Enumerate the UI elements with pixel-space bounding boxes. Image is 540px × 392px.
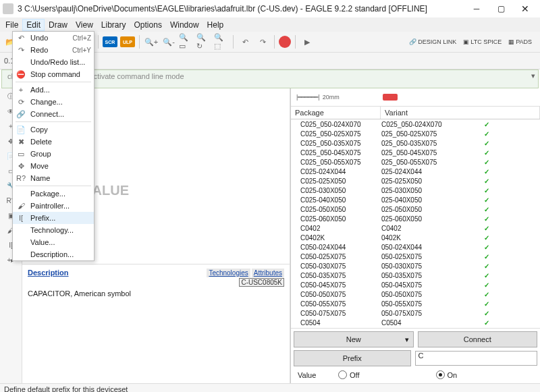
prefix-button[interactable]: Prefix — [294, 350, 411, 366]
ruler: |━━━━━━|20mm — [291, 88, 540, 107]
menu-item-paintroller-[interactable]: 🖌Paintroller... — [13, 200, 94, 212]
connect-button[interactable]: Connect — [418, 331, 538, 347]
table-row[interactable]: C025_050-035X075025_050-035X075✓ — [291, 138, 540, 148]
table-row[interactable]: C025_050-024X070C025_050-024X070✓ — [291, 119, 540, 129]
ltspice-button[interactable]: ▣LTC SPICE — [463, 38, 502, 45]
table-row[interactable]: C050-024X044050-024X044✓ — [291, 242, 540, 252]
menubar: FileEditDrawViewLibraryOptionsWindowHelp — [0, 18, 540, 32]
menu-view[interactable]: View — [72, 19, 97, 31]
table-row[interactable]: C0504C0504✓ — [291, 318, 540, 327]
table-row[interactable]: C050-035X075050-035X075✓ — [291, 271, 540, 280]
menu-item-copy[interactable]: 📄Copy — [13, 123, 94, 136]
close-button[interactable]: ✕ — [513, 0, 537, 18]
menu-window[interactable]: Window — [166, 19, 203, 31]
menu-item-technology-[interactable]: Technology... — [13, 224, 94, 236]
red-marker — [383, 94, 398, 101]
chevron-down-icon[interactable]: ▾ — [531, 72, 535, 80]
menu-item-undo[interactable]: ↶UndoCtrl+Z — [13, 32, 94, 44]
table-row[interactable]: C025-060X050025-060X050✓ — [291, 214, 540, 223]
zoom-redraw-icon[interactable]: 🔍↻ — [196, 34, 211, 49]
menu-draw[interactable]: Draw — [45, 19, 72, 31]
table-row[interactable]: C025-030X050025-030X050✓ — [291, 186, 540, 195]
zoom-select-icon[interactable]: 🔍⬚ — [214, 34, 229, 49]
value-off-radio[interactable] — [338, 370, 347, 379]
technologies-link[interactable]: Technologies — [207, 269, 250, 277]
menu-file[interactable]: File — [1, 19, 22, 31]
prefix-input[interactable]: C — [415, 351, 538, 366]
table-row[interactable]: C050-075X075050-075X075✓ — [291, 308, 540, 318]
attributes-link[interactable]: Attributes — [252, 269, 284, 277]
menu-item-undo-redo-list-[interactable]: Undo/Redo list... — [13, 56, 94, 68]
menu-item-description-[interactable]: Description... — [13, 248, 94, 260]
zoom-in-icon[interactable]: 🔍+ — [144, 34, 159, 49]
value-on-radio[interactable] — [436, 370, 445, 379]
go-icon[interactable]: ▶ — [300, 34, 315, 49]
package-panel: |━━━━━━|20mm Package Variant C025_050-02… — [290, 88, 540, 383]
scr-button[interactable]: SCR — [103, 36, 117, 47]
zoom-out-icon[interactable]: 🔍- — [161, 34, 176, 49]
menu-item-value-[interactable]: Value... — [13, 236, 94, 248]
table-row[interactable]: C025-050X050025-050X050✓ — [291, 204, 540, 214]
tech-value: C-USC0805K — [239, 278, 284, 287]
design-link-button[interactable]: 🔗DESIGN LINK — [409, 38, 456, 45]
titlebar: 3 C:\Users\paulj\OneDrive\Documents\EAGL… — [0, 0, 540, 18]
pads-button[interactable]: ▦PADS — [508, 38, 532, 45]
undo-icon[interactable]: ↶ — [238, 34, 252, 49]
menu-library[interactable]: Library — [97, 19, 130, 31]
menu-item-add-[interactable]: +Add... — [13, 84, 94, 96]
menu-edit[interactable]: Edit — [22, 19, 45, 31]
col-package[interactable]: Package — [291, 107, 381, 119]
menu-help[interactable]: Help — [203, 19, 228, 31]
description-link[interactable]: Description — [28, 269, 69, 277]
zoom-fit-icon[interactable]: 🔍▭ — [179, 34, 194, 49]
menu-item-prefix-[interactable]: I[Prefix... — [13, 212, 94, 224]
table-row[interactable]: C0402C0402✓ — [291, 223, 540, 233]
menu-item-delete[interactable]: ✖Delete — [13, 136, 94, 148]
table-row[interactable]: C025_050-055X075025_050-055X075✓ — [291, 157, 540, 167]
app-icon — [3, 3, 14, 14]
description-panel: Description Technologies Attributes C-US… — [22, 264, 290, 391]
window-title: 3 C:\Users\paulj\OneDrive\Documents\EAGL… — [18, 4, 464, 13]
maximize-button[interactable]: ▢ — [489, 0, 513, 18]
menu-item-connect-[interactable]: 🔗Connect... — [13, 108, 94, 120]
description-text: CAPACITOR, American symbol — [28, 289, 284, 298]
table-row[interactable]: C0402K0402K✓ — [291, 233, 540, 242]
table-row[interactable]: C050-045X075050-045X075✓ — [291, 280, 540, 289]
value-label-text: Value — [298, 371, 338, 379]
minimize-button[interactable]: ─ — [464, 0, 489, 18]
col-variant[interactable]: Variant — [381, 107, 540, 119]
table-row[interactable]: C025-024X044025-024X044✓ — [291, 167, 540, 176]
menu-item-move[interactable]: ✥Move — [13, 160, 94, 172]
menu-item-redo[interactable]: ↷RedoCtrl+Y — [13, 44, 94, 56]
ulp-button[interactable]: ULP — [120, 36, 135, 47]
menu-item-package-[interactable]: Package... — [13, 188, 94, 200]
table-row[interactable]: C025_050-025X075025_050-025X075✓ — [291, 129, 540, 138]
table-row[interactable]: C050-025X075050-025X075✓ — [291, 252, 540, 261]
table-row[interactable]: C025_050-045X075025_050-045X075✓ — [291, 148, 540, 157]
menu-options[interactable]: Options — [130, 19, 166, 31]
menu-item-change-[interactable]: ⟳Change... — [13, 96, 94, 108]
table-row[interactable]: C050-050X075050-050X075✓ — [291, 289, 540, 299]
table-row[interactable]: C025-025X050025-025X050✓ — [291, 176, 540, 186]
redo-icon[interactable]: ↷ — [255, 34, 270, 49]
table-row[interactable]: C050-055X075050-055X075✓ — [291, 299, 540, 308]
edit-menu-dropdown: ↶UndoCtrl+Z↷RedoCtrl+YUndo/Redo list...⛔… — [12, 31, 94, 261]
package-table: Package Variant C025_050-024X070C025_050… — [291, 107, 540, 329]
menu-item-name[interactable]: R?Name — [13, 172, 94, 184]
menu-item-stop-command[interactable]: ⛔Stop command — [13, 68, 94, 80]
new-button[interactable]: New▾ — [294, 331, 414, 347]
stop-icon[interactable] — [279, 36, 291, 48]
table-row[interactable]: C050-030X075050-030X075✓ — [291, 261, 540, 271]
table-row[interactable]: C025-040X050025-040X050✓ — [291, 195, 540, 204]
menu-item-group[interactable]: ▭Group — [13, 148, 94, 160]
